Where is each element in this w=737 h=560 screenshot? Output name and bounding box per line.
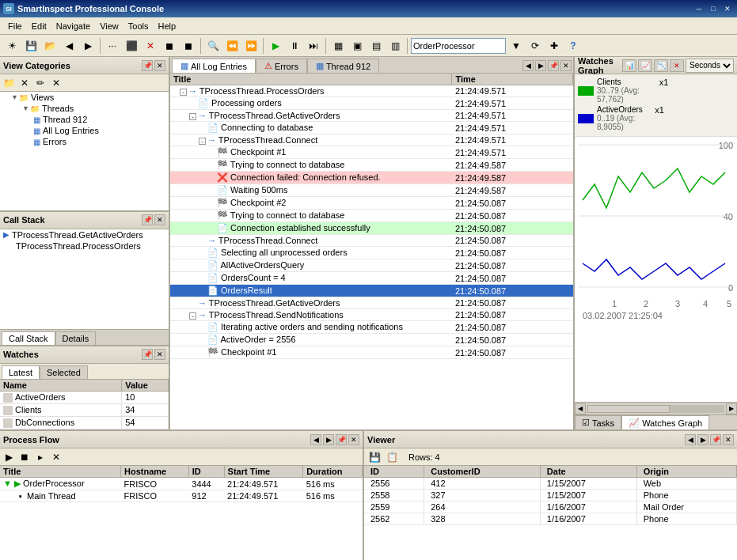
viewer-save-btn[interactable]: 💾 [367, 450, 382, 464]
toolbar-btn-17[interactable]: ✚ [545, 37, 563, 55]
toolbar-help[interactable]: ? [564, 37, 582, 55]
watches-row[interactable]: DbConnections54 [0, 416, 169, 429]
watches-table[interactable]: Name Value ActiveOrders10Clients34DbConn… [0, 380, 169, 429]
tree-item-all-log[interactable]: ▦ All Log Entries [0, 125, 169, 136]
toolbar-btn-14[interactable]: ▤ [367, 37, 385, 55]
log-row[interactable]: 🏁 Checkpoint #1 21:24:50.087 [170, 346, 573, 359]
tree-item-errors[interactable]: ▦ Errors [0, 136, 169, 147]
log-row[interactable]: 📄 Waiting 500ms 21:24:49.587 [170, 184, 573, 197]
watches-close[interactable]: ✕ [154, 349, 165, 360]
toolbar-btn-search[interactable]: 🔍 [204, 37, 222, 55]
scrollbar-thumb[interactable] [587, 405, 670, 413]
log-row[interactable]: → TProcessThread.Connect 21:24:50.087 [170, 235, 573, 247]
menu-navigate[interactable]: Navigate [51, 20, 95, 32]
tab-callstack[interactable]: Call Stack [2, 331, 55, 345]
wg-btn-2[interactable]: 📈 [638, 59, 652, 72]
minimize-button[interactable]: ─ [693, 3, 705, 14]
pf-btn-1[interactable]: ▶ [2, 450, 16, 464]
pin-button[interactable]: 📌 [142, 60, 153, 71]
toolbar-btn-pause[interactable]: ⏸ [286, 37, 303, 55]
pf-table-area[interactable]: Title Hostname ID Start Time Duration ▼▶… [0, 466, 363, 560]
log-tab-all[interactable]: ▦ All Log Entries [172, 59, 256, 73]
log-row[interactable]: 📄 AllActiveOrdersQuery 21:24:50.087 [170, 259, 573, 272]
tree-item-views[interactable]: ▼ 📁 Views [0, 92, 169, 103]
viewer-nav-right[interactable]: ▶ [697, 434, 709, 445]
log-pin[interactable]: 📌 [548, 60, 559, 71]
menu-help[interactable]: Help [153, 20, 180, 32]
tree-btn-2[interactable]: ✕ [17, 76, 32, 90]
pf-pin[interactable]: 📌 [336, 434, 347, 445]
pf-btn-2[interactable]: ⏹ [17, 450, 32, 464]
toolbar-btn-10[interactable]: ⏩ [242, 37, 260, 55]
log-close[interactable]: ✕ [560, 60, 572, 71]
viewer-row[interactable]: 2562 328 1/16/2007 Phone [364, 513, 737, 525]
pf-row[interactable]: ▪ Main Thread FRISCO 912 21:24:49.571 51… [0, 490, 363, 502]
watches-controls[interactable]: 📌 ✕ [142, 349, 165, 360]
toolbar-btn-play[interactable]: ▶ [267, 37, 284, 55]
callstack-item-1[interactable]: ▶ TProcessThread.GetActiveOrders [0, 229, 169, 240]
viewer-row[interactable]: 2556 412 1/15/2007 Web [364, 478, 737, 490]
log-row[interactable]: → TProcessThread.GetActiveOrders 21:24:5… [170, 297, 573, 309]
log-row[interactable]: 📄 Selecting all unprocessed orders 21:24… [170, 247, 573, 259]
log-tab-errors[interactable]: ⚠ Errors [256, 59, 307, 73]
log-row[interactable]: 📄 Iterating active orders and sending no… [170, 321, 573, 334]
toolbar-btn-16[interactable]: ⟳ [526, 37, 544, 55]
viewer-pin[interactable]: 📌 [710, 434, 721, 445]
pf-close[interactable]: ✕ [348, 434, 359, 445]
menu-file[interactable]: File [3, 20, 27, 32]
log-nav-right[interactable]: ▶ [535, 60, 546, 71]
expand-btn[interactable]: - [189, 113, 196, 120]
expand-btn[interactable]: - [180, 89, 187, 96]
log-nav[interactable]: ◀ ▶ 📌 ✕ [522, 60, 572, 71]
wg-btn-clear[interactable]: ✕ [670, 59, 684, 72]
watches-pin[interactable]: 📌 [142, 349, 153, 360]
toolbar-btn-6[interactable]: ⬛ [123, 37, 140, 55]
toolbar-btn-clear[interactable]: ✕ [142, 37, 159, 55]
toolbar-btn-save[interactable]: 💾 [22, 37, 40, 55]
callstack-pin[interactable]: 📌 [142, 214, 153, 225]
graph-scrollbar[interactable]: ◀ ▶ [575, 402, 737, 414]
toolbar-btn-9[interactable]: ⏪ [223, 37, 241, 55]
toolbar-btn-12[interactable]: ▦ [329, 37, 347, 55]
log-row[interactable]: 📄 OrdersResult 21:24:50.087 [170, 285, 573, 297]
pf-btn-3[interactable]: ▸ [33, 450, 47, 464]
tree-btn-1[interactable]: 📁 [2, 76, 16, 90]
log-nav-left[interactable]: ◀ [522, 60, 534, 71]
watches-row[interactable]: Clients34 [0, 403, 169, 416]
log-row[interactable]: 📄 Connecting to database 21:24:49.571 [170, 122, 573, 134]
viewer-row[interactable]: 2558 327 1/15/2007 Phone [364, 490, 737, 501]
panel-controls[interactable]: 📌 ✕ [142, 60, 165, 71]
session-input[interactable] [411, 38, 506, 54]
tree-btn-3[interactable]: ✏ [33, 76, 47, 90]
toolbar-btn-11[interactable]: ⏭ [305, 37, 322, 55]
expand-btn[interactable]: - [199, 138, 206, 145]
log-row[interactable]: 🏁 Checkpoint #1 21:24:49.571 [170, 146, 573, 159]
pf-btn-4[interactable]: ✕ [49, 450, 63, 464]
pf-controls[interactable]: ◀ ▶ 📌 ✕ [310, 434, 359, 445]
toolbar-btn-4[interactable]: ▶ [79, 37, 97, 55]
log-row[interactable]: -→ TProcessThread.GetActiveOrders 21:24:… [170, 110, 573, 122]
toolbar-btn-8[interactable]: ◼ [180, 37, 197, 55]
menu-view[interactable]: View [95, 20, 123, 32]
viewer-area[interactable]: ID CustomerID Date Origin 2556 412 1/15/… [364, 466, 737, 560]
log-tab-thread[interactable]: ▦ Thread 912 [307, 59, 379, 73]
watches-tab-selected[interactable]: Selected [40, 365, 88, 379]
tree-item-thread912[interactable]: ▦ Thread 912 [0, 114, 169, 125]
maximize-button[interactable]: □ [707, 3, 720, 14]
tree-item-threads[interactable]: ▼ 📁 Threads [0, 103, 169, 114]
callstack-area[interactable]: ▶ TProcessThread.GetActiveOrders TProces… [0, 229, 169, 329]
toolbar-btn-7[interactable]: ◼ [161, 37, 178, 55]
session-dropdown-btn[interactable]: ▼ [507, 37, 525, 55]
close-button[interactable]: ✕ [721, 3, 734, 14]
viewer-copy-btn[interactable]: 📋 [385, 450, 399, 464]
log-row[interactable]: 📄 ActiveOrder = 2556 21:24:50.087 [170, 334, 573, 346]
wg-btn-1[interactable]: 📊 [622, 59, 636, 72]
tab-details[interactable]: Details [55, 331, 97, 345]
log-row[interactable]: 📄 Processing orders 21:24:49.571 [170, 97, 573, 110]
toolbar-btn-5[interactable]: ··· [104, 37, 121, 55]
log-row[interactable]: 🏁 Checkpoint #2 21:24:50.087 [170, 197, 573, 210]
scrollbar-track[interactable] [587, 405, 724, 413]
callstack-item-2[interactable]: TProcessThread.ProcessOrders [0, 240, 169, 252]
watches-tab-latest[interactable]: Latest [2, 365, 40, 379]
title-bar-buttons[interactable]: ─ □ ✕ [693, 3, 734, 14]
